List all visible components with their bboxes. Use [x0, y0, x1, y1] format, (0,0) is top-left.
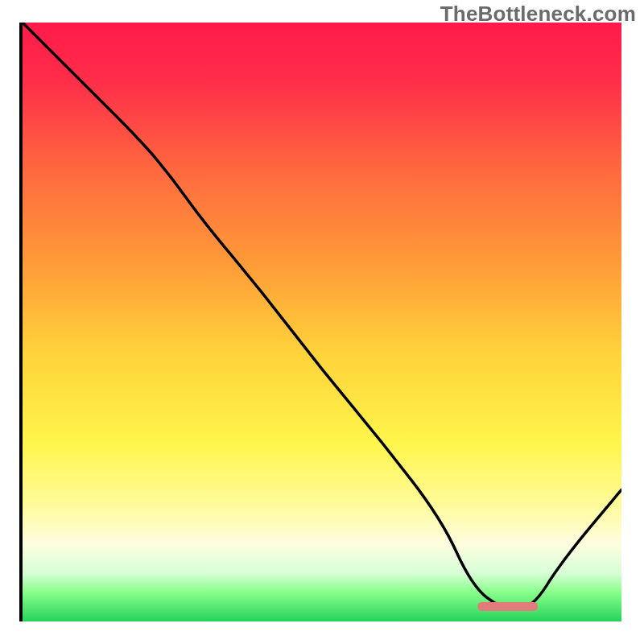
plot-svg [23, 23, 621, 621]
watermark-text: TheBottleneck.com [440, 2, 636, 27]
chart-container: { "watermark": "TheBottleneck.com", "cha… [0, 0, 644, 644]
optimal-range-marker [477, 602, 537, 611]
plot-area [23, 23, 621, 621]
